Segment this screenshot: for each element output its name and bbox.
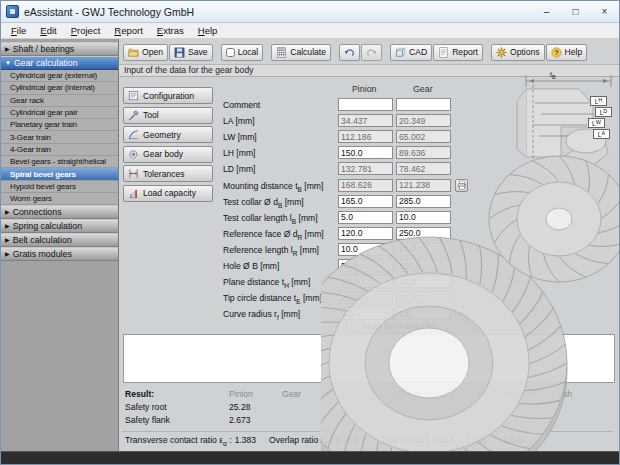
sidebar-item-cylindrical-gear-internal[interactable]: Cylindrical gear (internal) [1, 82, 118, 94]
sidebar-item-label: Cylindrical gear pair [10, 108, 78, 117]
sidebar-item-worm-gears[interactable]: Worm gears [1, 193, 118, 205]
chevron-right-icon: ▶ [5, 46, 10, 52]
open-button[interactable]: Open [123, 44, 168, 61]
pinion-field-tip-circle-distance-te [338, 291, 393, 304]
row-detail-button[interactable] [455, 179, 468, 192]
window-title: eAssistant - GWJ Technology GmbH [24, 6, 194, 18]
result-label-safety-root: Safety root [125, 402, 167, 412]
pinion-field-hole-b-mm[interactable] [338, 259, 393, 272]
gear-field-tip-circle-distance-te [396, 291, 451, 304]
maximize-button[interactable]: □ [561, 1, 590, 22]
sidebar-item-label: Shaft / bearings [13, 44, 75, 54]
pinion-field-test-collar-length-lb[interactable] [338, 211, 393, 224]
pinion-field-mounting-distance-tb [338, 179, 393, 192]
save-icon [174, 47, 185, 58]
gear-field-ld-mm [396, 162, 451, 175]
gear-field-test-collar-db[interactable] [396, 195, 451, 208]
result-value-safety-flank-pinion: 2.673 [229, 415, 251, 425]
sidebar-item-bevel-gears-straight-helical[interactable]: Bevel gears - straight/helical [1, 156, 118, 168]
result-value-safety-root-pinion: 25.28 [229, 402, 251, 412]
menu-item-report[interactable]: Report [107, 24, 150, 37]
cad-button[interactable]: CAD [390, 44, 432, 61]
minimize-button[interactable]: – [532, 1, 561, 22]
sidebar-item-connections[interactable]: ▶Connections [1, 205, 118, 219]
local-checkbox[interactable] [226, 48, 235, 57]
sidebar-item-label: Bevel gears - straight/helical [10, 157, 106, 166]
total-contact-ratio: Total contact ratio εγ :2.6011.843 [381, 435, 525, 447]
transverse-contact-ratio: Transverse contact ratio εα :1.383 [125, 435, 256, 447]
pinion-field-plane-distance-th[interactable] [338, 275, 393, 288]
sidebar-item-gear-calculation[interactable]: ▼Gear calculation [1, 56, 118, 70]
redo-button [361, 44, 382, 61]
sidebar-item-label: 3-Gear train [10, 133, 51, 142]
menu-item-help[interactable]: Help [191, 24, 225, 37]
form-row-mounting-distance-tb: Mounting distance tB [mm] [119, 179, 619, 194]
undo-button[interactable] [339, 44, 360, 61]
row-detail-button[interactable] [455, 307, 468, 320]
chevron-down-icon: ▼ [5, 60, 11, 66]
pinion-field-test-collar-db[interactable] [338, 195, 393, 208]
pinion-field-reference-face-dr[interactable] [338, 227, 393, 240]
menu-item-file[interactable]: File [4, 24, 33, 37]
sidebar-item-shaft-bearings[interactable]: ▶Shaft / bearings [1, 42, 118, 56]
sidebar-item-label: Belt calculation [13, 235, 72, 245]
form-rows: CommentLA [mm]LW [mm]LH [mm]LD [mm]Mount… [119, 78, 619, 334]
gear-field-plane-distance-th[interactable] [396, 275, 451, 288]
save-button[interactable]: Save [169, 44, 213, 61]
sidebar-item-label: Connections [13, 207, 62, 217]
field-label: LW [mm] [223, 132, 337, 142]
gear-field-hole-b-mm[interactable] [396, 259, 451, 272]
sidebar-item-label: Hypoid bevel gears [10, 182, 76, 191]
sidebar-item-spiral-bevel-gears[interactable]: Spiral bevel gears [1, 168, 118, 180]
sidebar-item-label: Spring calculation [13, 221, 82, 231]
sidebar-item-4-gear-train[interactable]: 4-Gear train [1, 144, 118, 156]
local-button[interactable]: Local [221, 44, 264, 61]
menu-item-project[interactable]: Project [64, 24, 108, 37]
comment-box [123, 334, 615, 383]
pinion-field-reference-length-lr[interactable] [338, 243, 393, 256]
form-area: ConfigurationToolGeometryGear bodyTolera… [119, 78, 619, 334]
gear-field-comment[interactable] [396, 98, 451, 111]
form-row-ld-mm: LD [mm] [119, 162, 619, 177]
sidebar-item-gratis-modules[interactable]: ▶Gratis modules [1, 247, 118, 261]
close-button[interactable]: × [590, 1, 619, 22]
form-row-reference-face-dr: Reference face Ø dR [mm] [119, 227, 619, 242]
app-icon [6, 5, 19, 18]
field-label: LA [mm] [223, 116, 337, 126]
menu-item-extras[interactable]: Extras [150, 24, 191, 37]
gear-field-reference-face-dr[interactable] [396, 227, 451, 240]
sidebar-item-gear-rack[interactable]: Gear rack [1, 95, 118, 107]
section-title: Input of the data for the gear body [124, 65, 253, 75]
pinion-field-comment[interactable] [338, 98, 393, 111]
gear-field-test-collar-length-lb[interactable] [396, 211, 451, 224]
results-col-gear: Gear [282, 389, 301, 399]
calc-icon [276, 47, 287, 58]
options-button[interactable]: Options [491, 44, 545, 61]
results-divider [122, 431, 613, 432]
toolbar: OpenSaveLocalCalculateCADReportOptionsHe… [123, 42, 617, 62]
gear-field-reference-length-lr[interactable] [396, 243, 451, 256]
chevron-right-icon: ▶ [5, 209, 10, 215]
sidebar-item-belt-calculation[interactable]: ▶Belt calculation [1, 233, 118, 247]
report-button[interactable]: Report [433, 44, 483, 61]
help-icon [551, 47, 562, 58]
menu-item-edit[interactable]: Edit [33, 24, 63, 37]
field-label: Curve radius rf [mm] [223, 309, 337, 321]
help-button[interactable]: Help [546, 44, 588, 61]
sidebar-item-cylindrical-gear-pair[interactable]: Cylindrical gear pair [1, 107, 118, 119]
field-label: Tip circle distance tE [mm] [223, 293, 337, 305]
field-label: Mounting distance tB [mm] [223, 181, 337, 193]
field-label: Plane distance tH [mm] [223, 277, 337, 289]
pinion-field-lh-mm[interactable] [338, 146, 393, 159]
calculate-button[interactable]: Calculate [271, 44, 331, 61]
sidebar-item-spring-calculation[interactable]: ▶Spring calculation [1, 219, 118, 233]
sidebar-item-label: Cylindrical gear (internal) [10, 83, 95, 92]
sidebar-item-cylindrical-gear-external[interactable]: Cylindrical gear (external) [1, 70, 118, 82]
title-bar: eAssistant - GWJ Technology GmbH – □ × [1, 1, 619, 23]
sidebar-item-planetary-gear-train[interactable]: Planetary gear train [1, 119, 118, 131]
sidebar-item-3-gear-train[interactable]: 3-Gear train [1, 131, 118, 143]
field-label: LH [mm] [223, 148, 337, 158]
tooth-tip-chamfering-button[interactable]: Tooth tip chamfering [351, 319, 446, 333]
chevron-right-icon: ▶ [5, 223, 10, 229]
sidebar-item-hypoid-bevel-gears[interactable]: Hypoid bevel gears [1, 181, 118, 193]
